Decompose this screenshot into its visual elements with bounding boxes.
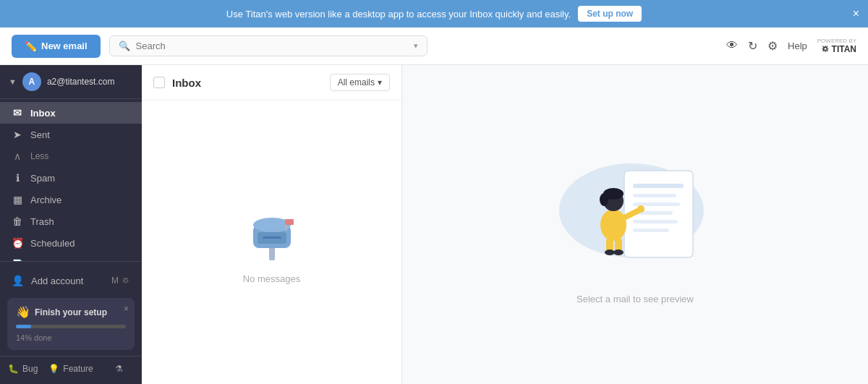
svg-point-17 [600, 193, 608, 206]
svg-point-22 [613, 249, 624, 255]
main-layout: ▼ A a2@titantest.com ✉ Inbox ➤ Sent ∧ Le… [0, 65, 868, 384]
setup-progress-fill [16, 325, 31, 328]
setup-progress-bar [16, 325, 126, 328]
top-banner: Use Titan's web version like a desktop a… [0, 0, 868, 27]
select-all-checkbox[interactable] [153, 77, 165, 88]
flask-icon: ⚗ [115, 364, 123, 374]
feature-icon: 💡 [48, 364, 59, 374]
search-icon: 🔍 [119, 40, 130, 51]
email-list-panel: Inbox All emails ▾ [142, 65, 402, 384]
email-list-header: Inbox All emails ▾ [142, 65, 401, 101]
help-button[interactable]: Help [788, 40, 807, 51]
settings-icon: ⚙ [767, 39, 778, 53]
all-emails-label: All emails [338, 77, 375, 88]
scheduled-icon: ⏰ [12, 237, 23, 249]
new-email-label: New email [41, 40, 88, 51]
account-expand-arrow: ▼ [9, 77, 17, 86]
spam-icon: ℹ [12, 172, 23, 184]
setup-now-button[interactable]: Set up now [578, 6, 642, 22]
add-account-icon: 👤 [12, 275, 24, 286]
archive-icon: ▦ [12, 194, 23, 205]
preview-text: Select a mail to see preview [576, 294, 694, 304]
settings-button[interactable]: ⚙ [767, 39, 778, 53]
header-right: 👁 ↻ ⚙ Help POWERED BY ⛭ TITAN [726, 38, 856, 55]
titan-logo: ⛭ TITAN [821, 44, 856, 54]
banner-close-button[interactable]: × [853, 8, 859, 20]
bug-label: Bug [22, 364, 38, 374]
setup-close-button[interactable]: × [124, 304, 129, 314]
sidebar-item-trash[interactable]: 🗑 Trash [0, 210, 142, 232]
eye-icon-button[interactable]: 👁 [726, 39, 738, 52]
bug-button[interactable]: 🐛 Bug [0, 361, 46, 377]
sidebar-item-sent[interactable]: ➤ Sent [0, 124, 142, 145]
account-avatar: A [22, 72, 41, 91]
inbox-icon: ✉ [12, 107, 23, 119]
all-emails-chevron: ▾ [378, 77, 382, 88]
preview-panel: Select a mail to see preview [402, 65, 868, 384]
search-input[interactable] [136, 40, 408, 51]
mailbox-svg [243, 205, 301, 263]
setup-emoji: 👋 [16, 305, 30, 319]
setup-percent: 14% done [16, 333, 52, 342]
sent-icon: ➤ [12, 129, 23, 140]
less-icon: ∧ [12, 150, 23, 162]
setup-card: × 👋 Finish your setup 14% done [7, 298, 135, 350]
banner-message: Use Titan's web version like a desktop a… [226, 9, 571, 20]
setup-title: Finish your setup [35, 307, 107, 317]
powered-by: POWERED BY ⛭ TITAN [817, 38, 856, 55]
svg-point-14 [600, 209, 626, 241]
sidebar-item-archive-label: Archive [30, 195, 61, 205]
sidebar: ▼ A a2@titantest.com ✉ Inbox ➤ Sent ∧ Le… [0, 65, 142, 384]
sidebar-item-inbox-label: Inbox [30, 108, 56, 119]
add-account-icons: M ⛭ [111, 276, 130, 286]
svg-point-18 [637, 205, 644, 213]
titan-small-icon: ⛭ [122, 276, 130, 286]
gmail-icon: M [111, 276, 119, 286]
empty-text: No messages [243, 273, 300, 284]
all-emails-dropdown[interactable]: All emails ▾ [330, 74, 390, 91]
bottom-toolbar: 🐛 Bug 💡 Feature ⚗ [0, 356, 142, 381]
add-account-label: Add account [31, 276, 83, 286]
svg-rect-8 [633, 184, 684, 188]
sidebar-item-inbox[interactable]: ✉ Inbox [0, 102, 142, 124]
feature-label: Feature [63, 364, 93, 374]
setup-card-header: 👋 Finish your setup [16, 305, 126, 319]
eye-icon: 👁 [726, 39, 738, 52]
add-account-item[interactable]: 👤 Add account M ⛭ [0, 269, 142, 292]
sidebar-item-spam-label: Spam [30, 173, 55, 184]
sidebar-item-scheduled-label: Scheduled [30, 238, 75, 249]
svg-rect-5 [285, 219, 294, 225]
svg-rect-6 [263, 236, 281, 239]
bug-icon: 🐛 [8, 364, 19, 374]
sidebar-item-sent-label: Sent [30, 129, 50, 140]
email-list-empty-state: No messages [142, 101, 401, 384]
compose-icon: ✏️ [25, 40, 37, 52]
sidebar-item-drafts[interactable]: 📄 Drafts [0, 254, 142, 261]
account-email: a2@titantest.com [47, 77, 115, 87]
sidebar-footer: 👤 Add account M ⛭ × 👋 Finish your setup … [0, 261, 142, 384]
sidebar-nav: ✉ Inbox ➤ Sent ∧ Less ℹ Spam ▦ Archive [0, 99, 142, 261]
refresh-icon: ↻ [748, 39, 757, 53]
feature-button[interactable]: 💡 Feature [46, 361, 95, 377]
svg-point-21 [605, 249, 615, 255]
sidebar-item-trash-label: Trash [30, 216, 54, 227]
sidebar-item-less[interactable]: ∧ Less [0, 145, 142, 167]
header: ✏️ New email 🔍 ▾ 👁 ↻ ⚙ Help POWERED BY ⛭… [0, 27, 868, 65]
sidebar-item-scheduled[interactable]: ⏰ Scheduled [0, 232, 142, 254]
new-email-button[interactable]: ✏️ New email [12, 35, 101, 58]
search-dropdown-arrow[interactable]: ▾ [414, 41, 418, 51]
flask-button[interactable]: ⚗ [96, 361, 142, 377]
preview-illustration [556, 149, 715, 279]
svg-rect-13 [633, 229, 669, 232]
preview-svg [563, 156, 707, 272]
refresh-button[interactable]: ↻ [748, 39, 757, 53]
sidebar-item-archive[interactable]: ▦ Archive [0, 189, 142, 210]
search-container: 🔍 ▾ [109, 35, 427, 56]
account-header[interactable]: ▼ A a2@titantest.com [0, 65, 142, 99]
inbox-title: Inbox [172, 77, 323, 89]
sidebar-item-less-label: Less [30, 151, 48, 161]
sidebar-item-spam[interactable]: ℹ Spam [0, 167, 142, 189]
svg-rect-9 [633, 194, 676, 197]
mailbox-illustration [243, 205, 301, 265]
svg-rect-12 [633, 220, 678, 223]
